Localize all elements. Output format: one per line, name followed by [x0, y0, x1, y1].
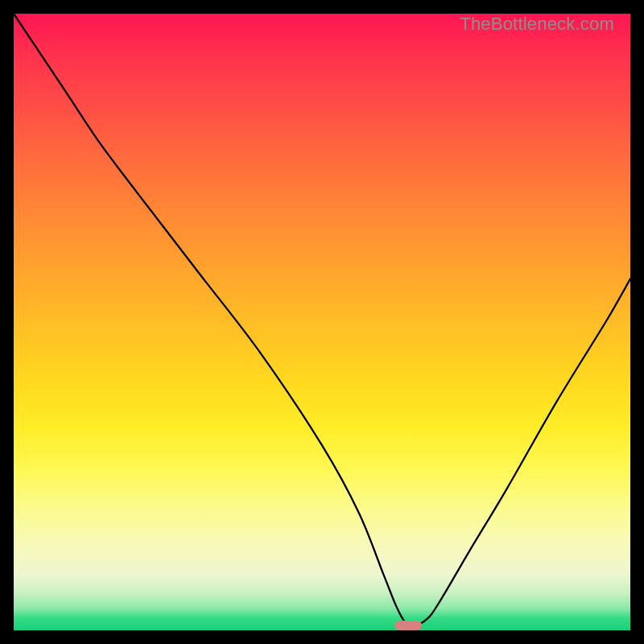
optimal-marker: [394, 621, 422, 630]
chart-frame: TheBottleneck.com: [0, 0, 644, 644]
bottleneck-curve: [14, 14, 630, 625]
chart-svg: [14, 14, 630, 630]
plot-area: TheBottleneck.com: [14, 14, 630, 630]
